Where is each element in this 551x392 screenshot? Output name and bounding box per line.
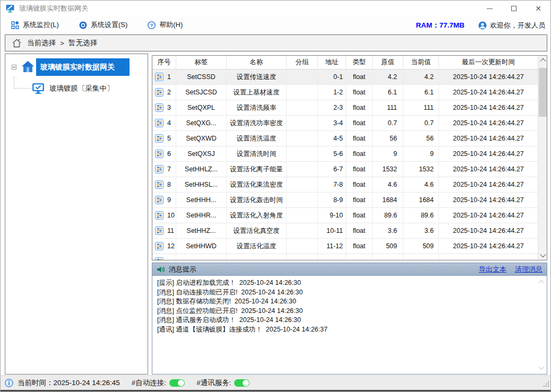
- cell-type: float: [346, 131, 373, 146]
- chevron-down-icon: [540, 251, 546, 257]
- cell-group: [287, 146, 318, 161]
- export-text-link[interactable]: 导出文本: [479, 265, 506, 274]
- cell-name: 设置清洗功率密度: [227, 116, 287, 130]
- message-line: [消息] 自动连接功能已开启! 2025-10-24 14:26:30: [157, 288, 542, 298]
- table-row[interactable]: 10 SetHHR... 设置活化入射角度 9-10 float 89.6 89…: [152, 208, 538, 223]
- header-current-value[interactable]: 当前值: [403, 56, 439, 69]
- cell-type: float: [346, 100, 373, 115]
- comm-service-toggle[interactable]: [234, 379, 249, 387]
- tree-collapse-icon[interactable]: [12, 65, 16, 69]
- channel-monitor-icon: [32, 83, 45, 94]
- header-group[interactable]: 分组: [287, 56, 318, 69]
- table-body: 1 SetCSSD 设置传送速度 0-1 float 4.2 4.2 2025-…: [152, 69, 538, 254]
- header-name[interactable]: 名称: [227, 56, 287, 69]
- cell-last-update: 2025-10-24 14:26:44.27: [439, 162, 538, 177]
- cell-current-value: 6.1: [403, 85, 439, 100]
- cell-group: [287, 85, 318, 100]
- header-no[interactable]: 序号: [152, 56, 176, 69]
- header-tag[interactable]: 标签: [176, 56, 227, 69]
- cell-last-update: 2025-10-24 14:26:44.27: [439, 193, 538, 207]
- cell-last-update: 2025-10-24 14:26:44.27: [439, 239, 538, 254]
- cell-address: 6-7: [318, 162, 346, 177]
- cell-type: float: [346, 223, 373, 238]
- cell-no: 1: [152, 69, 176, 84]
- cell-name: 设置活化离子能量: [227, 162, 287, 177]
- menu-system-settings[interactable]: 系统设置(S): [76, 18, 131, 32]
- maximize-button[interactable]: [502, 1, 526, 16]
- cell-no: 3: [152, 100, 176, 115]
- svg-text:?: ?: [150, 22, 153, 28]
- cell-group: [287, 116, 318, 130]
- cell-group: [287, 69, 318, 84]
- home-icon: [12, 38, 22, 48]
- table-row[interactable]: 11 SetHHZ... 设置活化真空度 10-11 float 3.6 3.6…: [152, 223, 538, 239]
- table-row[interactable]: 4 SetQXG... 设置清洗功率密度 3-4 float 0.7 0.7 2…: [152, 116, 538, 131]
- point-icon: [155, 119, 163, 127]
- cell-type: float: [346, 208, 373, 223]
- cell-current-value: 4.6: [403, 177, 439, 192]
- scrollbar-thumb[interactable]: [539, 68, 547, 117]
- cell-no: 8: [152, 177, 176, 192]
- close-button[interactable]: ✕: [526, 1, 550, 16]
- cell-type: float: [346, 69, 373, 84]
- cell-tag: SetSJCSD: [176, 85, 227, 100]
- cell-orig-value: 3.6: [373, 223, 403, 238]
- cell-address: 5-6: [318, 146, 346, 161]
- welcome-area: 欢迎你，开发人员: [478, 21, 545, 30]
- cell-address: 4-5: [318, 131, 346, 146]
- table-row[interactable]: 3 SetQXPL 设置清洗频率 2-3 float 111 111 2025-…: [152, 100, 538, 116]
- header-orig-value[interactable]: 原值: [373, 56, 403, 69]
- cell-name: 设置清洗温度: [227, 131, 287, 146]
- cell-orig-value: 1532: [373, 162, 403, 177]
- breadcrumb-separator: >: [60, 39, 64, 47]
- message-log[interactable]: [提示] 启动进程加载完成！ 2025-10-24 14:26:30 [消息] …: [152, 276, 547, 374]
- cell-group: [287, 193, 318, 207]
- header-last-update[interactable]: 最后一次更新时间: [439, 56, 538, 69]
- ram-usage: RAM：77.7MB: [416, 21, 464, 30]
- cell-orig-value: 9: [373, 146, 403, 161]
- header-address[interactable]: 地址: [318, 56, 346, 69]
- point-icon: [155, 227, 163, 235]
- table-row[interactable]: 12 SetHHWD 设置活化温度 11-12 float 509 509 20…: [152, 239, 538, 254]
- tree-channel-node[interactable]: 玻璃镀膜〔采集中〕: [32, 81, 114, 97]
- table-header-row: 序号 标签 名称 分组 地址 类型 原值 当前值 最后一次更新时间: [152, 56, 538, 69]
- resize-grip[interactable]: [543, 381, 549, 387]
- table-row[interactable]: 7 SetHHLZ... 设置活化离子能量 6-7 float 1532 153…: [152, 162, 538, 177]
- scroll-down-button[interactable]: [538, 251, 547, 259]
- table-row[interactable]: 5 SetQXWD 设置清洗温度 4-5 float 56 56 2025-10…: [152, 131, 538, 146]
- menu-help[interactable]: ? 帮助(H): [144, 18, 186, 32]
- cell-tag: SetHHSL...: [176, 177, 227, 192]
- header-type[interactable]: 类型: [346, 56, 373, 69]
- table-scrollbar[interactable]: [538, 56, 547, 260]
- tree-channel-label: 玻璃镀膜〔采集中〕: [49, 84, 114, 93]
- cell-type: float: [346, 177, 373, 192]
- cell-last-update: 2025-10-24 14:26:44.27: [439, 146, 538, 161]
- chevron-up-icon: [540, 58, 546, 64]
- tree-connector-vertical: [14, 76, 14, 88]
- tree-root-label[interactable]: 玻璃镀膜实时数据网关: [36, 58, 130, 76]
- cell-current-value: 0.7: [403, 116, 439, 130]
- cell-type: float: [346, 162, 373, 177]
- cell-type: float: [346, 239, 373, 254]
- table-row[interactable]: 9 SetHHH... 设置活化轰击时间 8-9 float 1684 1684…: [152, 193, 538, 208]
- table-row[interactable]: 2 SetSJCSD 设置上基材速度 1-2 float 6.1 6.1 202…: [152, 85, 538, 100]
- cell-no: 9: [152, 193, 176, 207]
- minimize-button[interactable]: [477, 1, 502, 16]
- cell-address: 11-12: [318, 239, 346, 254]
- cell-name: 设置清洗频率: [227, 100, 287, 115]
- point-icon: [155, 73, 163, 81]
- auto-connect-toggle[interactable]: [169, 379, 185, 387]
- tree-root-node[interactable]: 玻璃镀膜实时数据网关: [5, 58, 148, 76]
- table-row[interactable]: 6 SetQXSJ 设置清洗时间 5-6 float 9 9 2025-10-2…: [152, 146, 538, 162]
- cell-name: 设置活化入射角度: [227, 208, 287, 223]
- table-row[interactable]: 1 SetCSSD 设置传送速度 0-1 float 4.2 4.2 2025-…: [152, 69, 538, 85]
- scroll-up-button[interactable]: [538, 56, 547, 65]
- menu-system-monitor[interactable]: 系统监控(L): [8, 18, 62, 32]
- cell-address: 10-11: [318, 223, 346, 238]
- table-row[interactable]: 8 SetHHSL... 设置活化束流密度 7-8 float 4.6 4.6 …: [152, 177, 538, 193]
- cell-last-update: 2025-10-24 14:26:44.27: [439, 208, 538, 223]
- help-icon: ?: [148, 21, 156, 29]
- clear-messages-link[interactable]: 清理消息: [515, 265, 543, 274]
- cell-address: 3-4: [318, 116, 346, 130]
- cell-name: 设置传送速度: [227, 69, 287, 84]
